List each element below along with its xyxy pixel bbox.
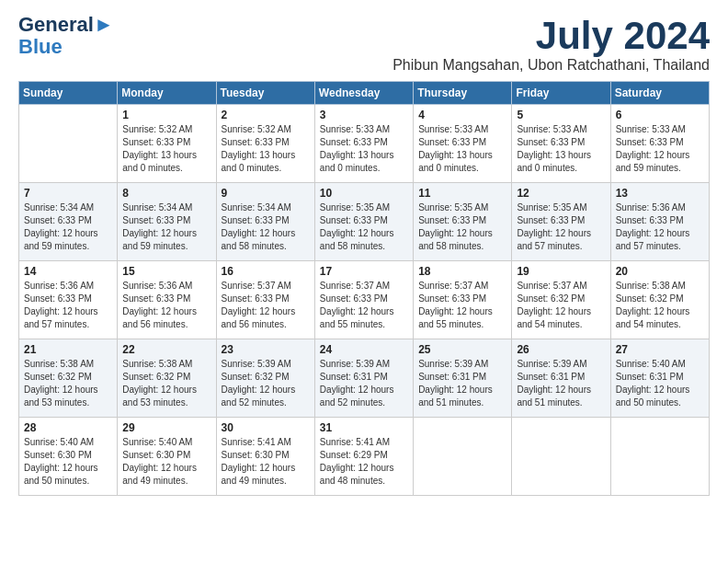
calendar-cell: 7Sunrise: 5:34 AMSunset: 6:33 PMDaylight…: [19, 183, 118, 261]
day-info: Sunrise: 5:41 AMSunset: 6:29 PMDaylight:…: [320, 436, 408, 488]
day-info: Sunrise: 5:38 AMSunset: 6:32 PMDaylight:…: [616, 280, 704, 331]
day-number: 25: [418, 343, 506, 356]
month-title: July 2024: [392, 15, 710, 57]
day-number: 18: [418, 265, 506, 278]
day-number: 27: [616, 343, 704, 356]
day-info: Sunrise: 5:36 AMSunset: 6:33 PMDaylight:…: [122, 280, 210, 331]
day-info: Sunrise: 5:33 AMSunset: 6:33 PMDaylight:…: [517, 123, 605, 175]
day-number: 29: [122, 421, 210, 434]
day-info: Sunrise: 5:34 AMSunset: 6:33 PMDaylight:…: [122, 201, 210, 253]
calendar-cell: 11Sunrise: 5:35 AMSunset: 6:33 PMDayligh…: [414, 183, 512, 261]
calendar-cell: 4Sunrise: 5:33 AMSunset: 6:33 PMDaylight…: [414, 105, 512, 183]
day-number: 21: [24, 343, 112, 356]
calendar-week-3: 14Sunrise: 5:36 AMSunset: 6:33 PMDayligh…: [19, 261, 710, 339]
location-title: Phibun Mangsahan, Ubon Ratchathani, Thai…: [392, 57, 710, 74]
calendar-cell: 29Sunrise: 5:40 AMSunset: 6:30 PMDayligh…: [118, 418, 216, 496]
calendar-cell: 18Sunrise: 5:37 AMSunset: 6:33 PMDayligh…: [414, 261, 512, 339]
day-info: Sunrise: 5:40 AMSunset: 6:30 PMDaylight:…: [24, 436, 112, 488]
day-number: 23: [222, 343, 310, 356]
day-info: Sunrise: 5:39 AMSunset: 6:31 PMDaylight:…: [320, 358, 408, 409]
calendar-week-1: 1Sunrise: 5:32 AMSunset: 6:33 PMDaylight…: [19, 105, 710, 183]
day-info: Sunrise: 5:39 AMSunset: 6:31 PMDaylight:…: [418, 358, 506, 409]
day-info: Sunrise: 5:37 AMSunset: 6:32 PMDaylight:…: [517, 280, 605, 331]
day-number: 11: [418, 187, 506, 200]
calendar-cell: 16Sunrise: 5:37 AMSunset: 6:33 PMDayligh…: [216, 261, 314, 339]
day-number: 2: [222, 109, 310, 121]
day-number: 7: [24, 187, 112, 200]
calendar-week-5: 28Sunrise: 5:40 AMSunset: 6:30 PMDayligh…: [19, 418, 710, 496]
day-number: 22: [122, 343, 210, 356]
day-info: Sunrise: 5:33 AMSunset: 6:33 PMDaylight:…: [320, 123, 408, 175]
calendar-cell: [19, 105, 118, 183]
day-number: 4: [418, 109, 506, 121]
calendar-week-4: 21Sunrise: 5:38 AMSunset: 6:32 PMDayligh…: [19, 339, 710, 418]
day-number: 12: [517, 187, 605, 200]
calendar-cell: [610, 418, 709, 496]
day-number: 9: [222, 187, 310, 200]
calendar-cell: 25Sunrise: 5:39 AMSunset: 6:31 PMDayligh…: [414, 339, 512, 418]
calendar-week-2: 7Sunrise: 5:34 AMSunset: 6:33 PMDaylight…: [19, 183, 710, 261]
logo: General► Blue: [18, 15, 114, 59]
calendar-cell: 23Sunrise: 5:39 AMSunset: 6:32 PMDayligh…: [216, 339, 314, 418]
calendar-cell: 17Sunrise: 5:37 AMSunset: 6:33 PMDayligh…: [314, 261, 413, 339]
calendar-cell: 22Sunrise: 5:38 AMSunset: 6:32 PMDayligh…: [118, 339, 216, 418]
day-info: Sunrise: 5:33 AMSunset: 6:33 PMDaylight:…: [418, 123, 506, 175]
calendar-cell: 21Sunrise: 5:38 AMSunset: 6:32 PMDayligh…: [19, 339, 118, 418]
header-saturday: Saturday: [610, 82, 709, 105]
calendar-cell: 6Sunrise: 5:33 AMSunset: 6:33 PMDaylight…: [610, 105, 709, 183]
calendar-cell: 20Sunrise: 5:38 AMSunset: 6:32 PMDayligh…: [610, 261, 709, 339]
calendar-cell: 30Sunrise: 5:41 AMSunset: 6:30 PMDayligh…: [216, 418, 314, 496]
header-tuesday: Tuesday: [216, 82, 314, 105]
calendar-cell: 3Sunrise: 5:33 AMSunset: 6:33 PMDaylight…: [314, 105, 413, 183]
day-number: 16: [222, 265, 310, 278]
header-monday: Monday: [118, 82, 216, 105]
day-number: 24: [320, 343, 408, 356]
day-number: 8: [122, 187, 210, 200]
calendar-cell: [414, 418, 512, 496]
day-number: 15: [122, 265, 210, 278]
day-info: Sunrise: 5:39 AMSunset: 6:31 PMDaylight:…: [517, 358, 605, 409]
header-sunday: Sunday: [19, 82, 118, 105]
calendar-cell: 1Sunrise: 5:32 AMSunset: 6:33 PMDaylight…: [118, 105, 216, 183]
calendar-cell: 5Sunrise: 5:33 AMSunset: 6:33 PMDaylight…: [512, 105, 610, 183]
day-info: Sunrise: 5:37 AMSunset: 6:33 PMDaylight:…: [418, 280, 506, 331]
logo-blue: Blue: [18, 35, 63, 59]
calendar-cell: 2Sunrise: 5:32 AMSunset: 6:33 PMDaylight…: [216, 105, 314, 183]
header-thursday: Thursday: [414, 82, 512, 105]
calendar-cell: 14Sunrise: 5:36 AMSunset: 6:33 PMDayligh…: [19, 261, 118, 339]
day-info: Sunrise: 5:34 AMSunset: 6:33 PMDaylight:…: [24, 201, 112, 253]
day-number: 31: [320, 421, 408, 434]
calendar-cell: 31Sunrise: 5:41 AMSunset: 6:29 PMDayligh…: [314, 418, 413, 496]
page-header: General► Blue July 2024 Phibun Mangsahan…: [18, 15, 710, 74]
calendar-cell: 28Sunrise: 5:40 AMSunset: 6:30 PMDayligh…: [19, 418, 118, 496]
day-number: 14: [24, 265, 112, 278]
day-info: Sunrise: 5:41 AMSunset: 6:30 PMDaylight:…: [222, 436, 310, 488]
day-info: Sunrise: 5:40 AMSunset: 6:30 PMDaylight:…: [122, 436, 210, 488]
calendar-cell: [512, 418, 610, 496]
day-number: 19: [517, 265, 605, 278]
calendar-cell: 8Sunrise: 5:34 AMSunset: 6:33 PMDaylight…: [118, 183, 216, 261]
day-info: Sunrise: 5:35 AMSunset: 6:33 PMDaylight:…: [517, 201, 605, 253]
day-info: Sunrise: 5:36 AMSunset: 6:33 PMDaylight:…: [616, 201, 704, 253]
calendar-cell: 13Sunrise: 5:36 AMSunset: 6:33 PMDayligh…: [610, 183, 709, 261]
day-number: 1: [122, 109, 210, 121]
day-number: 17: [320, 265, 408, 278]
day-number: 30: [222, 421, 310, 434]
day-info: Sunrise: 5:35 AMSunset: 6:33 PMDaylight:…: [418, 201, 506, 253]
calendar-cell: 15Sunrise: 5:36 AMSunset: 6:33 PMDayligh…: [118, 261, 216, 339]
header-friday: Friday: [512, 82, 610, 105]
header-wednesday: Wednesday: [314, 82, 413, 105]
day-info: Sunrise: 5:34 AMSunset: 6:33 PMDaylight:…: [222, 201, 310, 253]
calendar-cell: 12Sunrise: 5:35 AMSunset: 6:33 PMDayligh…: [512, 183, 610, 261]
calendar-header-row: SundayMondayTuesdayWednesdayThursdayFrid…: [19, 82, 710, 105]
calendar-cell: 24Sunrise: 5:39 AMSunset: 6:31 PMDayligh…: [314, 339, 413, 418]
day-info: Sunrise: 5:38 AMSunset: 6:32 PMDaylight:…: [24, 358, 112, 409]
day-info: Sunrise: 5:32 AMSunset: 6:33 PMDaylight:…: [122, 123, 210, 175]
calendar-cell: 19Sunrise: 5:37 AMSunset: 6:32 PMDayligh…: [512, 261, 610, 339]
day-info: Sunrise: 5:39 AMSunset: 6:32 PMDaylight:…: [222, 358, 310, 409]
title-area: July 2024 Phibun Mangsahan, Ubon Ratchat…: [392, 15, 710, 74]
day-number: 26: [517, 343, 605, 356]
day-info: Sunrise: 5:38 AMSunset: 6:32 PMDaylight:…: [122, 358, 210, 409]
day-number: 6: [616, 109, 704, 121]
calendar-cell: 27Sunrise: 5:40 AMSunset: 6:31 PMDayligh…: [610, 339, 709, 418]
